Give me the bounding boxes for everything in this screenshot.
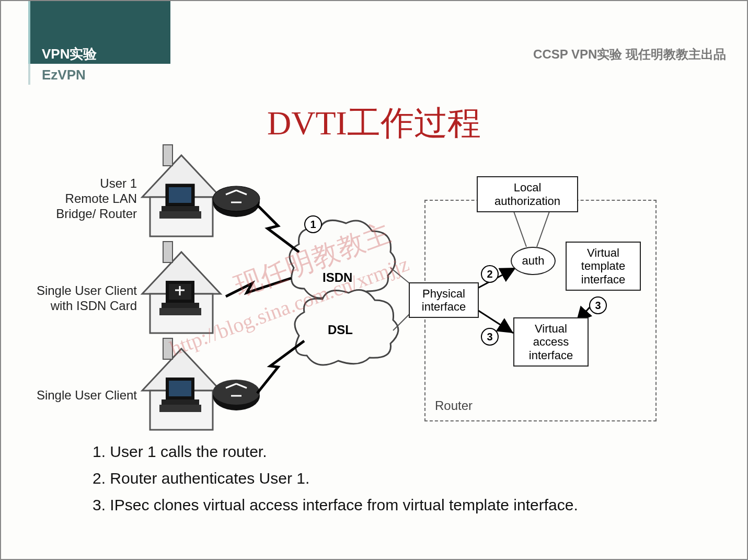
cloud-isdn-icon (290, 220, 395, 298)
router-label: Router (435, 398, 473, 413)
auth-oval: auth (511, 247, 556, 275)
svg-rect-11 (163, 242, 172, 262)
local-authorization-box: Local authorization (477, 176, 578, 212)
steps-list: 1. User 1 calls the router. 2. Router au… (93, 438, 578, 518)
virtual-access-box: Virtual access interface (513, 317, 589, 367)
client-label-1: User 1 Remote LAN Bridge/ Router (27, 176, 137, 221)
svg-rect-22 (159, 405, 201, 412)
svg-rect-14 (162, 303, 199, 308)
diagram: User 1 Remote LAN Bridge/ Router Single … (32, 147, 717, 435)
step-marker-1: 1 (304, 215, 322, 233)
router-device-icon-1 (213, 186, 260, 217)
svg-rect-2 (163, 145, 172, 166)
router-device-icon-3 (213, 380, 260, 410)
cloud-dsl-label: DSL (328, 323, 353, 337)
cloud-isdn-label: ISDN (323, 270, 352, 285)
client-label-2: Single User Client with ISDN Card (27, 283, 137, 314)
svg-rect-4 (169, 187, 191, 203)
svg-rect-15 (159, 308, 201, 315)
link-1-icon (257, 205, 299, 252)
step-marker-3b: 3 (589, 296, 607, 314)
step-marker-2: 2 (481, 265, 499, 283)
step-line-2: 2. Router authenticates User 1. (93, 465, 578, 492)
header-stripe (28, 64, 30, 85)
virtual-template-box: Virtual template interface (566, 242, 641, 291)
svg-rect-21 (162, 399, 199, 405)
step-line-1: 1. User 1 calls the router. (93, 438, 578, 465)
svg-rect-18 (163, 338, 172, 359)
header-title: VPN实验 (30, 1, 170, 63)
svg-rect-6 (159, 211, 201, 219)
svg-rect-5 (162, 206, 199, 211)
main-title: DVTI工作过程 (1, 100, 747, 146)
link-2-icon (226, 278, 291, 296)
svg-rect-20 (169, 381, 191, 396)
header-right: CCSP VPN实验 现任明教教主出品 (533, 46, 726, 63)
physical-interface-box: Physical interface (409, 282, 479, 318)
header-subtitle: EzVPN (42, 67, 86, 83)
client-label-3: Single User Client (27, 388, 137, 403)
svg-point-8 (213, 186, 260, 211)
slide: VPN实验 EzVPN CCSP VPN实验 现任明教教主出品 DVTI工作过程 (0, 0, 748, 560)
step-line-3: 3. IPsec clones virtual access interface… (93, 492, 578, 518)
svg-point-24 (213, 380, 260, 405)
step-marker-3a: 3 (481, 328, 499, 346)
header-block: VPN实验 (28, 1, 170, 64)
